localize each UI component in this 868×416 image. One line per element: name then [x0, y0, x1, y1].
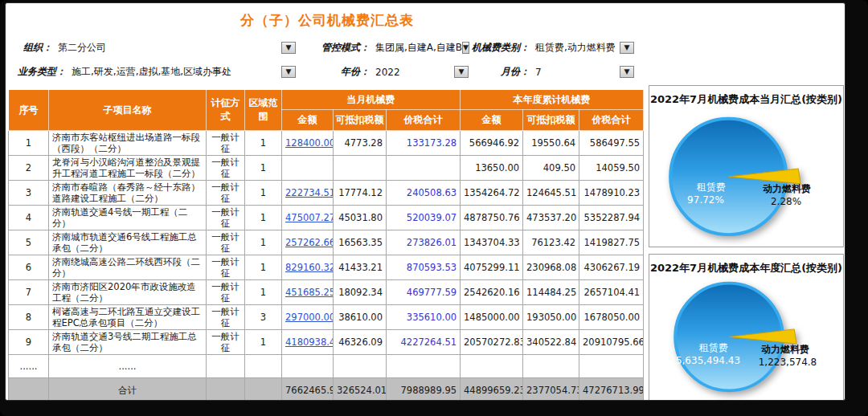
cell-month-tax: 17774.12	[334, 181, 387, 206]
filter-org-value[interactable]: 第二分公司	[58, 41, 106, 55]
cell-scope: 1	[245, 280, 282, 305]
table-row: 9 济南轨道交通3号线二期工程施工总承包（二分） 一般计征 1 4180938.…	[9, 330, 644, 355]
month-amount-link[interactable]: 257262.66	[285, 237, 334, 248]
cell-month-tax: 45031.80	[334, 206, 387, 230]
dropdown-arrow-icon[interactable]: ▼	[620, 66, 634, 78]
cell-month-tax: 16563.35	[334, 230, 387, 255]
cell-scope: 1	[245, 156, 282, 181]
filter-category: 机械费类别： 租赁费,动力燃料费 ▼	[469, 41, 634, 55]
dropdown-arrow-icon[interactable]: ▼	[281, 42, 296, 54]
cell-year-tax: 76123.42	[523, 230, 579, 255]
col-header-month-amount: 金额	[282, 110, 334, 131]
cell-no: 5	[9, 230, 49, 255]
total-year-amount: 44899659.23	[461, 378, 523, 402]
pie-label-rental: 租赁费	[683, 181, 739, 194]
cell-year-amount: 2542620.16	[461, 280, 523, 305]
cell-month-amount: 297000.00	[282, 305, 334, 330]
cell-month-total: 335610.00	[387, 305, 461, 330]
dropdown-arrow-icon[interactable]: ▼	[620, 42, 634, 54]
month-amount-link[interactable]: 475007.27	[285, 212, 334, 223]
cell-month-amount	[282, 156, 334, 181]
table-row: 1 济南市东客站枢纽进出场道路一标段（西段）（二分） 一般计征 1 128400…	[9, 131, 644, 156]
pie-chart-month[interactable]	[649, 107, 843, 243]
month-amount-link[interactable]: 128400.00	[285, 137, 334, 149]
cell-year-total: 1478910.23	[579, 181, 644, 206]
col-header-year-total: 价税合计	[579, 110, 644, 131]
dropdown-arrow-icon[interactable]: ▼	[281, 66, 296, 78]
pie-value-rental: 97.72%	[674, 194, 738, 206]
pie-chart-year[interactable]	[649, 275, 843, 397]
col-header-project-name: 子项目名称	[49, 90, 207, 131]
cell-year-tax: 409.50	[523, 156, 579, 181]
cell-method: 一般计征	[207, 330, 245, 355]
month-amount-link[interactable]: 222734.51	[285, 187, 334, 198]
filter-mode-value[interactable]: 集团属,自建A,自建B	[375, 41, 462, 55]
total-year-total: 47276713.99	[579, 378, 644, 402]
cell-project-name: 济南市济阳区2020年市政设施改造工程（二分）	[49, 280, 207, 305]
cell-month-amount: 128400.00	[282, 131, 334, 156]
cell-month-total: 469777.59	[387, 280, 461, 305]
cell-year-tax: 193050.00	[523, 305, 579, 330]
cell-scope: 1	[245, 206, 282, 230]
cell-project-name: 济南市春暄路（春秀路～经十东路）道路建设工程施工（二分）	[49, 181, 207, 206]
filter-year-value[interactable]: 2022	[375, 67, 400, 78]
cell-month-total: 520039.07	[387, 206, 461, 230]
filter-category-value[interactable]: 租赁费,动力燃料费	[535, 41, 616, 55]
cell-method: 一般计征	[207, 305, 245, 330]
cell-method: 一般计征	[207, 255, 245, 280]
cell-year-tax: 114484.25	[523, 280, 579, 305]
cell-method: 一般计征	[207, 131, 245, 156]
cell-no: 2	[9, 156, 49, 181]
filter-org-label: 组织：	[18, 41, 52, 55]
dropdown-arrow-icon[interactable]: ▼	[454, 66, 469, 78]
chart-title-year: 2022年7月机械费成本年度汇总(按类别)	[649, 255, 843, 275]
cell-month-total: 4227264.51	[387, 330, 461, 355]
filter-biztype-value[interactable]: 施工,研发,运营,虚拟,基地,区域办事处	[72, 65, 231, 79]
report-page: 分（子）公司机械费汇总表 组织： 第二分公司 ▼ 管控模式： 集团属,自建A,自…	[5, 2, 845, 401]
filter-month-label: 月份：	[469, 65, 530, 79]
total-month-tax: 326524.01	[334, 378, 387, 402]
cell-month-amount: 475007.27	[282, 206, 334, 230]
cell-year-amount: 566946.92	[461, 131, 523, 156]
screenshot-frame: 分（子）公司机械费汇总表 组织： 第二分公司 ▼ 管控模式： 集团属,自建A,自…	[0, 0, 868, 416]
cell-project-name: 济南绕城高速公路二环线西环段（二分）	[49, 255, 207, 280]
cell-project-name: 济南城市轨道交通6号线工程施工总承包（二分）	[49, 230, 207, 255]
cell-scope: 1	[245, 330, 282, 355]
cell-month-tax: 41433.21	[334, 255, 387, 280]
cell-year-tax: 473537.20	[523, 206, 579, 230]
filter-mode-label: 管控模式：	[317, 41, 370, 55]
chart-title-month: 2022年7月机械费成本当月汇总(按类别)	[649, 86, 843, 107]
cell-year-tax: 124645.51	[523, 181, 579, 206]
pie-label-rental: 租赁费	[686, 341, 742, 355]
month-amount-link[interactable]: 297000.00	[285, 312, 334, 323]
cell-year-total: 586497.55	[579, 131, 644, 156]
cell-month-total: 870593.53	[387, 255, 461, 280]
cell-year-total: 4306267.19	[579, 255, 644, 280]
filter-category-label: 机械费类别：	[469, 41, 530, 55]
cell-year-total: 14059.50	[579, 156, 644, 181]
cell-year-tax: 19550.64	[523, 131, 579, 156]
cell-year-amount: 13650.00	[461, 156, 523, 181]
page-title: 分（子）公司机械费汇总表	[6, 11, 649, 30]
cell-year-total: 5352287.94	[579, 206, 644, 230]
pie-value-fuel: 1,223,574.8	[751, 357, 824, 368]
month-amount-link[interactable]: 451685.25	[285, 287, 334, 298]
cell-month-total: 240508.63	[387, 181, 461, 206]
cell-project-name: 济南轨道交通4号线一期工程（二分）	[49, 206, 207, 230]
cell-method: 一般计征	[207, 280, 245, 305]
table-row: 8 柯诸高速与二环北路互通立交建设工程EPC总承包项目（二分） 一般计征 3 2…	[9, 305, 644, 330]
cell-month-total: 273826.01	[387, 230, 461, 255]
month-amount-link[interactable]: 4180938.42	[285, 336, 334, 348]
total-row: 合计 7662465.94 326524.01 7988989.95 44899…	[9, 378, 644, 402]
cell-project-name: 济南轨道交通3号线二期工程施工总承包（二分）	[49, 330, 207, 355]
table-row: 7 济南市济阳区2020年市政设施改造工程（二分） 一般计征 1 451685.…	[9, 280, 644, 305]
month-amount-link[interactable]: 829160.32	[285, 262, 334, 273]
cell-month-amount: 451685.25	[282, 280, 334, 305]
col-group-year: 本年度累计机械费	[461, 90, 644, 110]
pie-label-fuel: 动力燃料费	[749, 343, 821, 357]
cell-year-amount: 4878750.76	[461, 206, 523, 230]
filter-month-value[interactable]: 7	[535, 67, 542, 78]
chart-card-month: 2022年7月机械费成本当月汇总(按类别) 租赁费 97.72% 动力燃料费 2…	[649, 85, 844, 247]
total-label: 合计	[49, 378, 207, 402]
cell-project-name: 龙脊河与小汉峪沟河道整治及景观提升工程河道工程施工一标段（二分）	[49, 156, 207, 181]
